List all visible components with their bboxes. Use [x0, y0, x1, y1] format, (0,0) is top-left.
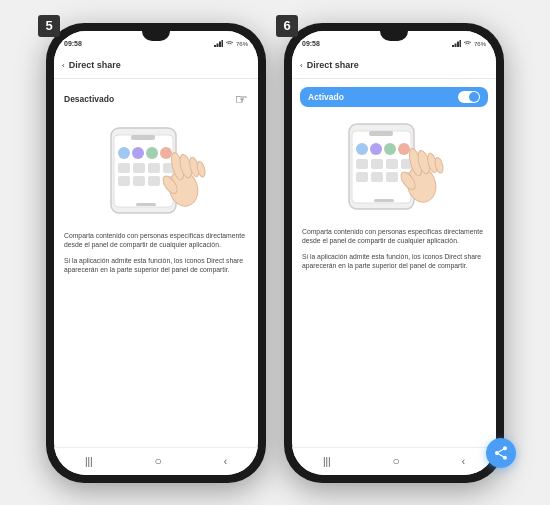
signal-icon [452, 40, 461, 47]
hand-cursor-icon: ☞ [235, 91, 248, 107]
status-icons: 76% [452, 40, 486, 47]
toggle-label: Desactivado [64, 94, 114, 104]
svg-rect-38 [371, 159, 383, 169]
page-title: Direct share [69, 60, 121, 70]
phone-outer-1: 09:58 76% ‹Direct shareActivado [284, 23, 504, 483]
svg-rect-1 [216, 44, 218, 48]
svg-rect-13 [148, 163, 160, 173]
svg-rect-29 [459, 40, 461, 47]
status-icons: 76% [214, 40, 248, 47]
phone-outer-0: 09:58 76% ‹Direct shareDesactivado☞ [46, 23, 266, 483]
description-text-2: Si la aplicación admite esta función, lo… [302, 252, 486, 271]
bottom-nav-back[interactable]: ||| [85, 456, 93, 467]
navigation-bar: ‹Direct share [292, 53, 496, 79]
illustration [64, 123, 248, 223]
svg-rect-6 [131, 135, 155, 140]
svg-rect-2 [219, 42, 221, 48]
svg-rect-41 [356, 172, 368, 182]
svg-rect-27 [454, 44, 456, 48]
share-icon [493, 445, 509, 461]
description-text-2: Si la aplicación admite esta función, lo… [64, 256, 248, 275]
content-area: Activado [292, 79, 496, 447]
svg-point-36 [398, 143, 410, 155]
bottom-navigation: |||○‹ [292, 447, 496, 475]
toggle-row[interactable]: Desactivado☞ [64, 87, 248, 111]
signal-icon [214, 40, 223, 47]
svg-rect-32 [369, 131, 393, 136]
navigation-bar: ‹Direct share [54, 53, 258, 79]
svg-point-9 [146, 147, 158, 159]
bottom-nav-home[interactable]: ○ [393, 454, 400, 468]
svg-rect-17 [148, 176, 160, 186]
step-number-6: 6 [276, 15, 298, 37]
svg-rect-3 [221, 40, 223, 47]
battery-text: 76% [474, 41, 486, 47]
phone-hand-illustration [324, 119, 464, 219]
svg-point-7 [118, 147, 130, 159]
svg-rect-12 [133, 163, 145, 173]
illustration [302, 119, 486, 219]
step-number-5: 5 [38, 15, 60, 37]
floating-action-button[interactable] [486, 438, 516, 468]
page-title: Direct share [307, 60, 359, 70]
svg-rect-16 [133, 176, 145, 186]
description-text-1: Comparta contenido con personas específi… [302, 227, 486, 246]
toggle-label: Activado [308, 92, 344, 102]
svg-rect-42 [371, 172, 383, 182]
svg-point-34 [370, 143, 382, 155]
phone-screen-1: 09:58 76% ‹Direct shareActivado [292, 31, 496, 475]
svg-rect-26 [452, 45, 454, 47]
status-time: 09:58 [64, 40, 82, 47]
phone-screen-0: 09:58 76% ‹Direct shareDesactivado☞ [54, 31, 258, 475]
step-5-container: 509:58 76% ‹Direct shareDesactivado☞ [46, 23, 266, 483]
svg-point-8 [132, 147, 144, 159]
back-button[interactable]: ‹ [62, 61, 65, 70]
bottom-navigation: |||○‹ [54, 447, 258, 475]
bottom-nav-back[interactable]: ||| [323, 456, 331, 467]
wifi-icon [225, 40, 234, 47]
svg-rect-19 [136, 203, 156, 206]
svg-rect-39 [386, 159, 398, 169]
svg-rect-11 [118, 163, 130, 173]
toggle-switch[interactable] [458, 91, 480, 103]
svg-point-35 [384, 143, 396, 155]
svg-point-33 [356, 143, 368, 155]
description-text-1: Comparta contenido con personas específi… [64, 231, 248, 250]
bottom-nav-recent[interactable]: ‹ [224, 456, 227, 467]
svg-rect-28 [457, 42, 459, 48]
svg-point-10 [160, 147, 172, 159]
svg-rect-45 [374, 199, 394, 202]
wifi-icon [463, 40, 472, 47]
svg-rect-43 [386, 172, 398, 182]
bottom-nav-recent[interactable]: ‹ [462, 456, 465, 467]
step-6-container: 609:58 76% ‹Direct shareActivado [284, 23, 504, 483]
toggle-row[interactable]: Activado [300, 87, 488, 107]
battery-text: 76% [236, 41, 248, 47]
bottom-nav-home[interactable]: ○ [155, 454, 162, 468]
content-area: Desactivado☞ [54, 79, 258, 447]
phone-hand-illustration [86, 123, 226, 223]
svg-rect-37 [356, 159, 368, 169]
status-time: 09:58 [302, 40, 320, 47]
svg-rect-0 [214, 45, 216, 47]
svg-rect-15 [118, 176, 130, 186]
back-button[interactable]: ‹ [300, 61, 303, 70]
